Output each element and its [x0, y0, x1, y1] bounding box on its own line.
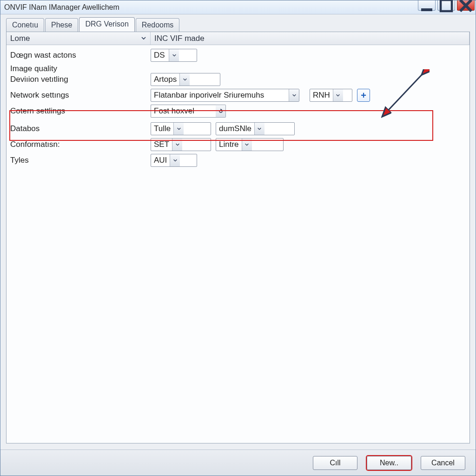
tabstrip: Conetıu Phese DRG Verison Redooms: [0, 14, 476, 32]
combo-databos-2[interactable]: dumSNle: [216, 122, 295, 135]
row-databos: Databos Tulle dumSNle: [10, 121, 466, 136]
label-network: Network settıngs: [10, 91, 151, 100]
plus-icon: +: [361, 90, 366, 101]
row-category: Cotern settlings Fost hoxvel: [10, 104, 466, 119]
label-databos: Databos: [10, 124, 151, 133]
row-network: Network settıngs Flatanbar inporivelr Sr…: [10, 88, 466, 103]
header-label-col[interactable]: Lome: [7, 32, 151, 45]
combo-deviation[interactable]: Artops: [151, 73, 220, 86]
category-spin-button[interactable]: [216, 105, 226, 118]
input-category-value: Fost hoxvel: [151, 106, 197, 116]
combo-tyles[interactable]: AUI: [151, 154, 197, 167]
row-deviation: Deviıion vetıtling Artops: [10, 72, 466, 87]
tab-conetiu[interactable]: Conetıu: [6, 18, 44, 32]
label-deviation: Deviıion vetıtling: [10, 75, 151, 84]
fields-area: Dœgn wast actons DS Image quality Deviıi…: [7, 45, 469, 172]
combo-network-value: Flatanbar inporivelr Sriuremuhs: [151, 91, 289, 100]
row-design-actions: Dœgn wast actons DS: [10, 48, 466, 63]
chevron-down-icon: [169, 49, 179, 61]
combo-databos-1-value: Tulle: [151, 124, 173, 133]
combo-conformation-2[interactable]: Lintre: [216, 138, 284, 151]
chevron-down-icon: [333, 89, 343, 101]
combo-tyles-value: AUI: [151, 156, 170, 165]
maximize-icon: [438, 0, 455, 14]
header-value-col[interactable]: INC VIF made: [151, 32, 469, 45]
label-conformation: Conformatısn:: [10, 140, 151, 149]
cancel-button-label: Cancel: [431, 459, 455, 467]
chevron-down-icon: [242, 139, 252, 151]
label-category: Cotern settlings: [10, 106, 151, 116]
combo-databos-1[interactable]: Tulle: [151, 122, 211, 135]
new-button[interactable]: New..: [367, 456, 411, 470]
header-label-text: Lome: [10, 34, 30, 43]
close-icon: [457, 0, 474, 14]
chevron-down-icon: [289, 89, 299, 101]
header-sort-icon: [141, 34, 146, 43]
new-button-label: New..: [380, 459, 398, 467]
grid-header: Lome INC VIF made: [7, 32, 469, 45]
label-design-actions: Dœgn wast actons: [10, 51, 151, 60]
header-value-text: INC VIF made: [154, 34, 205, 43]
combo-conformation-2-value: Lintre: [216, 140, 242, 149]
tab-drg-verison[interactable]: DRG Verison: [79, 17, 134, 32]
combo-deviation-value: Artops: [151, 75, 179, 84]
chevron-down-icon: [254, 123, 264, 135]
combo-conformation-1[interactable]: SET: [151, 138, 211, 151]
minimize-button[interactable]: [418, 0, 436, 11]
row-tyles: Tyles AUI: [10, 153, 466, 168]
window-title: ONVIF INam IManager Awellichem: [4, 3, 418, 12]
dialog-footer: Cıll New.. Cancel: [0, 450, 476, 476]
cancel-button[interactable]: Cancel: [421, 456, 465, 470]
tab-redooms[interactable]: Redooms: [136, 18, 179, 32]
svg-rect-1: [441, 0, 452, 11]
combo-network-aux[interactable]: RNH: [310, 89, 352, 102]
refresh-icon: [218, 108, 224, 114]
chevron-down-icon: [170, 154, 180, 166]
tab-phese[interactable]: Phese: [45, 18, 78, 32]
content-panel: Lome INC VIF made Dœgn wast actons DS: [6, 32, 470, 443]
close-button[interactable]: [457, 0, 475, 11]
row-conformation: Conformatısn: SET Lintre: [10, 137, 466, 152]
combo-design-actions[interactable]: DS: [151, 49, 197, 62]
cil-button[interactable]: Cıll: [313, 456, 357, 470]
input-category[interactable]: Fost hoxvel: [151, 105, 216, 118]
app-window: ONVIF INam IManager Awellichem Conetıu P…: [0, 0, 476, 476]
add-network-button[interactable]: +: [357, 89, 370, 102]
combo-network[interactable]: Flatanbar inporivelr Sriuremuhs: [151, 89, 299, 102]
combo-network-aux-value: RNH: [310, 91, 333, 100]
window-controls: [418, 0, 476, 14]
label-tyles: Tyles: [10, 156, 151, 165]
combo-conformation-1-value: SET: [151, 140, 172, 149]
chevron-down-icon: [173, 123, 184, 135]
minimize-icon: [418, 0, 435, 14]
chevron-down-icon: [179, 73, 190, 86]
maximize-button[interactable]: [437, 0, 455, 11]
combo-design-actions-value: DS: [151, 51, 169, 60]
cil-button-label: Cıll: [330, 459, 340, 467]
titlebar: ONVIF INam IManager Awellichem: [0, 0, 476, 14]
combo-databos-2-value: dumSNle: [216, 124, 254, 133]
chevron-down-icon: [172, 139, 182, 151]
